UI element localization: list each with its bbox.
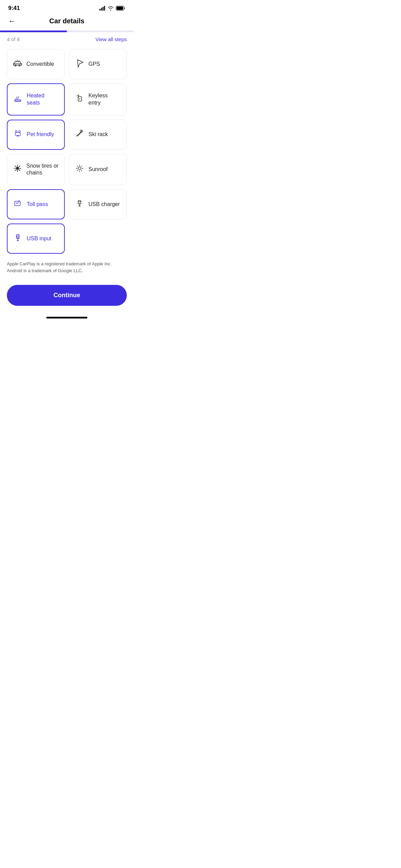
toll-pass-label: Toll pass [27, 201, 48, 208]
card-keyless-entry[interactable]: Keyless entry [69, 83, 127, 116]
battery-icon [116, 6, 125, 11]
gps-icon [75, 58, 84, 70]
sunroof-label: Sunroof [88, 166, 108, 173]
status-bar: 9:41 [0, 0, 134, 14]
pet-friendly-icon [13, 129, 23, 141]
snow-tires-label: Snow tires or chains [26, 162, 59, 177]
card-usb-input[interactable]: USB input [7, 224, 65, 254]
svg-rect-16 [17, 236, 19, 238]
usb-charger-icon [75, 198, 84, 210]
home-bar [46, 317, 87, 318]
gps-label: GPS [88, 61, 100, 68]
card-heated-seats[interactable]: Heated seats [7, 83, 65, 116]
convertible-label: Convertible [26, 61, 54, 68]
usb-input-icon [13, 233, 23, 245]
ski-rack-label: Ski rack [88, 131, 108, 138]
page-title: Car details [49, 17, 84, 25]
keyless-entry-icon [75, 93, 84, 105]
ski-rack-icon [75, 129, 84, 141]
usb-charger-label: USB charger [88, 201, 120, 208]
back-button[interactable]: ← [7, 15, 17, 27]
heated-seats-icon [13, 93, 23, 105]
amenities-grid: Convertible GPS Heated seats [0, 46, 134, 259]
snow-tires-icon [13, 164, 22, 176]
card-toll-pass[interactable]: Toll pass [7, 189, 65, 219]
card-pet-friendly[interactable]: Pet friendly [7, 120, 65, 150]
steps-row: 4 of 8 View all steps [0, 32, 134, 46]
card-sunroof[interactable]: Sunroof [69, 154, 127, 185]
keyless-entry-label: Keyless entry [88, 92, 121, 107]
card-ski-rack[interactable]: Ski rack [69, 120, 127, 150]
wifi-icon [108, 6, 114, 11]
svg-point-12 [78, 167, 81, 170]
signal-icon [99, 6, 106, 11]
continue-button[interactable]: Continue [7, 285, 127, 306]
header: ← Car details [0, 14, 134, 31]
usb-input-label: USB input [27, 235, 51, 242]
status-icons [99, 6, 125, 11]
svg-rect-2 [102, 7, 104, 11]
svg-rect-0 [99, 9, 100, 11]
svg-point-7 [19, 65, 20, 66]
card-gps[interactable]: GPS [69, 49, 127, 79]
card-convertible[interactable]: Convertible [7, 49, 65, 79]
card-usb-charger[interactable]: USB charger [69, 189, 127, 219]
disclaimer-text: Apple CarPlay is a registered trademark … [0, 259, 134, 282]
toll-pass-icon [13, 198, 23, 210]
svg-rect-1 [101, 8, 102, 11]
sunroof-icon [75, 164, 84, 176]
status-time: 9:41 [8, 5, 20, 12]
view-all-steps-button[interactable]: View all steps [96, 36, 127, 42]
progress-bar-fill [0, 31, 67, 32]
svg-rect-5 [117, 7, 123, 10]
step-counter: 4 of 8 [7, 36, 20, 42]
svg-point-6 [15, 65, 16, 66]
convertible-icon [13, 58, 22, 70]
svg-rect-3 [104, 6, 105, 11]
card-snow-tires[interactable]: Snow tires or chains [7, 154, 65, 185]
heated-seats-label: Heated seats [27, 92, 59, 107]
home-indicator [0, 314, 134, 320]
pet-friendly-label: Pet friendly [27, 131, 54, 138]
